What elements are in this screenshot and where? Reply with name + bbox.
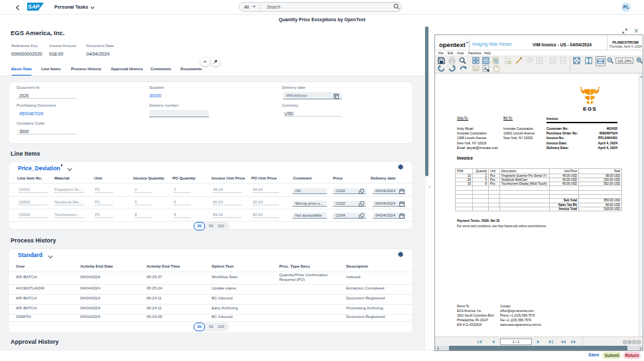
svg-text:SAP: SAP	[28, 3, 40, 10]
svg-text:A: A	[483, 66, 487, 71]
